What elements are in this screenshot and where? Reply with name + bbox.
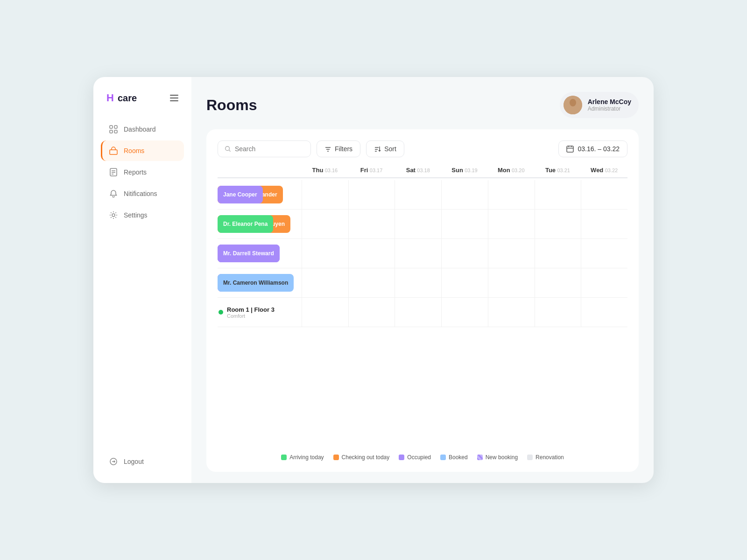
booking-bar[interactable]: Dr. Eleanor Pena [218,215,273,233]
room-label: Room 1 | Floor 3 Comfort [218,306,302,319]
gantt-cell [302,268,348,297]
gantt-cell [488,210,535,238]
gantt-cell [441,180,488,209]
svg-point-12 [570,99,576,106]
gantt-cell [535,298,581,327]
gantt-row: Room 2 | Floor 2 Standart Mrs. Savannah … [218,210,627,239]
legend: Arriving today Checking out today Occupi… [218,454,627,461]
gantt-cell [488,180,535,209]
calendar-icon [566,145,574,153]
main-card: Filters Sort [206,129,639,472]
sidebar-logo: H care [93,92,191,119]
sidebar-item-settings[interactable]: Settings [101,205,184,225]
gantt-rows: Room 1 | Floor 2 Standart Mr. Leslie Ale… [218,180,627,327]
logout-label: Logout [124,458,144,465]
sidebar-item-dashboard-label: Dashboard [124,126,156,133]
gantt-header-mon: Mon 03.20 [488,167,535,174]
legend-checking-out: Checking out today [333,454,390,461]
rooms-icon [109,146,118,155]
sidebar-item-dashboard[interactable]: Dashboard [101,119,184,140]
legend-newbooking-label: New booking [486,454,518,461]
page-header: Rooms Arlene McCoy Administrator [206,92,639,118]
sidebar-nav: Dashboard Rooms [93,119,191,451]
gantt-header-fri: Fri 03.17 [348,167,395,174]
legend-arriving-label: Arriving today [289,454,324,461]
svg-rect-21 [567,146,573,152]
sidebar-bottom: Logout [93,451,191,472]
gantt-cell [441,210,488,238]
page-title: Rooms [206,97,257,114]
booking-bar[interactable]: Mr. Darrell Steward [218,245,280,262]
gantt-cell [441,298,488,327]
app-window: H care Dashboard [93,77,654,483]
legend-booked: Booked [440,454,468,461]
gantt-cell [488,239,535,268]
gantt-cell [302,298,348,327]
svg-rect-4 [110,150,117,154]
logout-button[interactable]: Logout [101,451,184,472]
gantt-header-wed: Wed 03.22 [581,167,627,174]
gantt-cell [348,239,395,268]
booking-bar[interactable]: Mr. Cameron Williamson [218,274,294,292]
sidebar: H care Dashboard [93,77,191,483]
sidebar-item-reports[interactable]: Reports [101,162,184,182]
gantt-cell [581,298,627,327]
legend-checkout-dot [333,455,339,460]
filters-icon [324,146,331,153]
user-profile[interactable]: Arlene McCoy Administrator [560,92,639,118]
gantt-cell [395,239,441,268]
gantt-header-room-col [218,167,302,174]
svg-rect-1 [114,126,117,128]
gantt-cell [488,268,535,297]
gantt-cell [581,268,627,297]
search-input[interactable] [235,145,304,153]
legend-booked-dot [440,455,446,460]
gantt-cell [348,180,395,209]
gantt-cell [441,239,488,268]
hamburger-button[interactable] [170,95,178,101]
sidebar-item-settings-label: Settings [124,211,148,219]
gantt-cell [348,298,395,327]
room-name: Room 1 | Floor 3 [227,306,275,313]
gantt-cell [302,210,348,238]
logo-text: care [118,93,137,104]
gantt-cell [581,210,627,238]
filters-label: Filters [335,145,352,153]
gantt-cell [395,180,441,209]
legend-occupied-label: Occupied [407,454,431,461]
room-dot [218,310,223,315]
sort-button[interactable]: Sort [366,140,404,157]
gantt-cell [535,268,581,297]
date-range[interactable]: 03.16. – 03.22 [558,140,627,157]
filters-button[interactable]: Filters [317,140,360,157]
legend-renovation-dot [527,455,533,460]
legend-booked-label: Booked [449,454,468,461]
gantt-cell [535,239,581,268]
gantt-cell [535,180,581,209]
svg-point-9 [112,214,115,217]
sidebar-item-notifications[interactable]: Nitifications [101,183,184,204]
toolbar: Filters Sort [218,140,627,157]
user-role: Administrator [588,105,631,112]
gantt-cell [395,298,441,327]
gantt-cell [581,239,627,268]
legend-new-booking: New booking [477,454,518,461]
gantt-header-sat: Sat 03.18 [395,167,441,174]
logo-icon: H [106,92,114,104]
sidebar-item-reports-label: Reports [124,168,147,176]
bell-icon [109,189,118,198]
search-box[interactable] [218,140,311,157]
gantt-row: Room 3 | Floor 2 Standart Mr. Sm...Mr. D… [218,239,627,268]
grid-icon [109,125,118,134]
legend-arriving: Arriving today [281,454,324,461]
gantt-cell [302,180,348,209]
booking-bar[interactable]: Jane Cooper [218,186,263,203]
gantt-header-sun: Sun 03.19 [441,167,488,174]
legend-arriving-dot [281,455,287,460]
gantt-row: Room 1 | Floor 3 Comfort [218,298,627,327]
search-icon [225,145,231,153]
sidebar-item-rooms[interactable]: Rooms [101,140,184,161]
user-info: Arlene McCoy Administrator [588,98,631,112]
gantt-cell [348,268,395,297]
gantt-cell [348,210,395,238]
